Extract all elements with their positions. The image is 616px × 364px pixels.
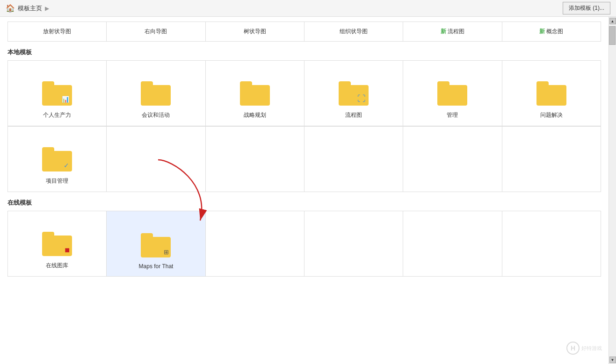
template-label-personal: 个人生产力: [43, 111, 71, 119]
diagram-type-right[interactable]: 右向导图: [107, 22, 205, 42]
breadcrumb-separator: ▶: [45, 5, 49, 12]
flow-badge-icon: ⛶: [357, 94, 366, 104]
template-label-management: 管理: [447, 111, 458, 119]
folder-body-flowchart: ⛶: [339, 85, 369, 106]
diagram-type-flow[interactable]: 新流程图: [403, 22, 502, 42]
folder-body-meetings: [141, 85, 171, 106]
check-badge-icon: ✓: [64, 162, 69, 169]
folder-body-management: [437, 85, 467, 106]
diagram-types-row: 放射状导图 右向导图 树状导图 组织状导图 新流程图 新概念图: [7, 21, 601, 42]
template-meetings[interactable]: 会议和活动: [107, 61, 205, 126]
add-template-button[interactable]: 添加模板 (1)...: [563, 2, 610, 14]
folder-icon-meetings: [141, 81, 171, 106]
template-empty-2: [206, 127, 304, 192]
folder-body-project: ✓: [42, 151, 72, 171]
local-templates-grid: 📊 个人生产力 会议和活动 战略规划: [7, 60, 601, 126]
main-content: 放射状导图 右向导图 树状导图 组织状导图 新流程图 新概念图 本地模板 📊 个…: [0, 17, 616, 364]
template-empty-4: [403, 127, 502, 192]
template-personal-productivity[interactable]: 📊 个人生产力: [8, 61, 107, 126]
template-label-problem: 问题解决: [540, 111, 563, 119]
template-flowchart[interactable]: ⛶ 流程图: [304, 61, 403, 126]
template-empty-5: [502, 127, 601, 192]
online-template-maps[interactable]: ⊞ Maps for That: [107, 211, 205, 277]
folder-body-maps: ⊞: [141, 237, 171, 257]
scroll-area[interactable]: 放射状导图 右向导图 树状导图 组织状导图 新流程图 新概念图 本地模板 📊 个…: [0, 17, 609, 364]
template-label-meetings: 会议和活动: [142, 111, 170, 119]
grid-badge-icon: ⊞: [164, 249, 169, 256]
breadcrumb-area: 🏠 模板主页 ▶: [6, 4, 49, 13]
online-empty-3: [403, 211, 502, 277]
topbar: 🏠 模板主页 ▶ 添加模板 (1)...: [0, 0, 616, 17]
online-empty-1: [206, 211, 304, 277]
online-template-gallery[interactable]: ■ 在线图库: [8, 211, 107, 277]
local-templates-grid-2: ✓ 项目管理: [7, 126, 601, 192]
folder-icon-problem: [536, 81, 566, 106]
diagram-type-radial[interactable]: 放射状导图: [8, 22, 107, 42]
home-icon[interactable]: 🏠: [6, 4, 15, 13]
template-management[interactable]: 管理: [403, 61, 502, 126]
folder-body: 📊: [42, 85, 72, 106]
local-section-label: 本地模板: [7, 48, 601, 57]
template-label-project: 项目管理: [46, 177, 68, 185]
folder-body-strategy: [240, 85, 270, 106]
template-project-management[interactable]: ✓ 项目管理: [8, 127, 107, 192]
scrollbar-thumb-area: [609, 24, 616, 357]
scrollbar-thumb[interactable]: [609, 26, 616, 45]
diagram-type-org[interactable]: 组织状导图: [304, 22, 403, 42]
watermark-circle: H: [566, 342, 580, 355]
watermark-text: 好特游戏: [581, 345, 602, 352]
folder-icon-personal: 📊: [42, 81, 72, 106]
online-templates-grid: ■ 在线图库 ⊞ Maps for That: [7, 211, 601, 277]
template-label-strategy: 战略规划: [244, 111, 266, 119]
folder-body-problem: [536, 85, 566, 106]
template-empty-3: [304, 127, 403, 192]
folder-icon-strategy: [240, 81, 270, 106]
diagram-type-concept[interactable]: 新概念图: [502, 22, 601, 42]
diagram-type-tree[interactable]: 树状导图: [206, 22, 304, 42]
new-badge-flow: 新: [441, 28, 446, 35]
template-empty-1: [107, 127, 205, 192]
folder-icon-gallery: ■: [42, 232, 72, 256]
folder-icon-management: [437, 81, 467, 106]
folder-icon-maps: ⊞: [141, 233, 171, 257]
folder-icon-project: ✓: [42, 147, 72, 171]
watermark-symbol: H: [571, 344, 575, 352]
breadcrumb-text: 模板主页: [18, 4, 42, 13]
scrollbar-up-arrow[interactable]: ▲: [609, 18, 616, 24]
online-empty-2: [304, 211, 403, 277]
watermark: H 好特游戏: [566, 342, 602, 355]
folder-icon-flowchart: ⛶: [339, 81, 369, 106]
new-badge-concept: 新: [539, 28, 545, 35]
online-section-label: 在线模板: [7, 199, 601, 207]
online-label-maps: Maps for That: [139, 263, 174, 270]
red-badge-icon: ■: [65, 245, 70, 255]
template-label-flowchart: 流程图: [345, 111, 362, 119]
online-label-gallery: 在线图库: [46, 262, 68, 270]
scrollbar-down-arrow[interactable]: ▼: [609, 357, 616, 363]
scrollbar[interactable]: ▲ ▼: [609, 17, 616, 364]
template-problem-solving[interactable]: 问题解决: [502, 61, 601, 126]
folder-body-gallery: ■: [42, 236, 72, 256]
chart-badge-icon: 📊: [62, 96, 69, 103]
template-strategy[interactable]: 战略规划: [206, 61, 304, 126]
online-empty-4: [502, 211, 601, 277]
